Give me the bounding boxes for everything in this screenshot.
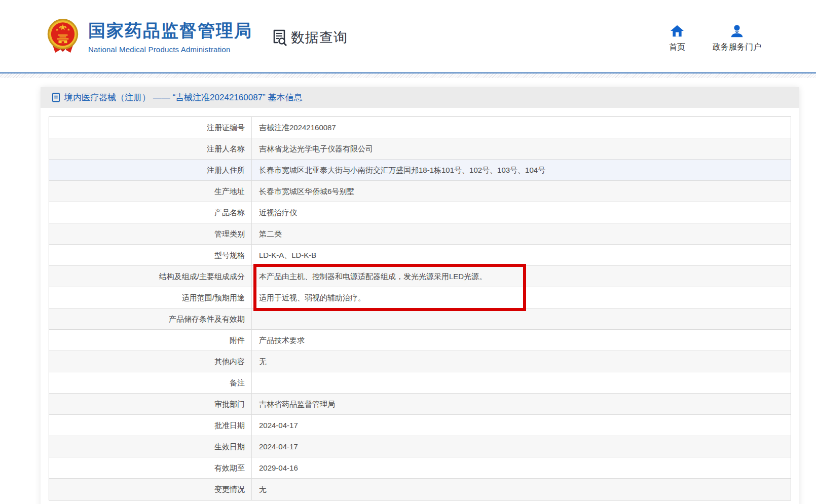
- data-query-label: 数据查询: [291, 28, 348, 47]
- registration-info-table: 注册证编号 吉械注准20242160087 注册人名称 吉林省龙达光学电子仪器有…: [49, 117, 791, 500]
- site-title: 国家药品监督管理局: [88, 19, 252, 43]
- row-value: 吉林省药品监督管理局: [252, 394, 791, 414]
- row-value: [252, 308, 791, 329]
- page-header: 国家药品监督管理局 National Medical Products Admi…: [0, 0, 816, 72]
- table-row: 管理类别 第二类: [49, 223, 791, 245]
- row-value: 适用于近视、弱视的辅助治疗。: [252, 287, 791, 308]
- china-national-emblem-icon: [46, 18, 80, 55]
- table-row: 生产地址 长春市宽城区华侨城6号别墅: [49, 181, 791, 202]
- row-label: 变更情况: [49, 479, 252, 500]
- row-value: 吉林省龙达光学电子仪器有限公司: [252, 138, 791, 159]
- data-query-section[interactable]: 数据查询: [270, 28, 348, 47]
- page-title: 境内医疗器械（注册） —— “吉械注准20242160087” 基本信息: [64, 92, 303, 103]
- row-value: 本产品由主机、控制器和电源适配器组成，发光光源采用LED光源。: [252, 266, 791, 287]
- document-icon: [52, 93, 60, 102]
- site-subtitle: National Medical Products Administration: [88, 45, 252, 54]
- row-label: 备注: [49, 372, 252, 393]
- nav-item-home[interactable]: 首页: [669, 24, 685, 53]
- breadcrumb: 境内医疗器械（注册） —— “吉械注准20242160087” 基本信息: [41, 87, 799, 108]
- brand-titles: 国家药品监督管理局 National Medical Products Admi…: [88, 19, 252, 54]
- row-label: 注册人名称: [49, 138, 252, 159]
- row-label: 产品名称: [49, 202, 252, 223]
- row-label: 型号规格: [49, 245, 252, 265]
- row-label: 管理类别: [49, 223, 252, 244]
- row-label: 批准日期: [49, 415, 252, 436]
- row-label: 生产地址: [49, 181, 252, 202]
- table-row: 生效日期 2024-04-17: [49, 436, 791, 457]
- nmpa-logo-link[interactable]: 国家药品监督管理局 National Medical Products Admi…: [46, 18, 252, 55]
- table-row: 有效期至 2029-04-16: [49, 457, 791, 479]
- header-stripe-band: [0, 73, 816, 78]
- row-label: 有效期至: [49, 457, 252, 478]
- header-nav: 首页 政务服务门户: [669, 24, 761, 53]
- row-label: 生效日期: [49, 436, 252, 457]
- row-value: 第二类: [252, 223, 791, 244]
- row-value: 无: [252, 351, 791, 372]
- row-label: 注册证编号: [49, 117, 252, 138]
- table-row: 注册人名称 吉林省龙达光学电子仪器有限公司: [49, 138, 791, 160]
- row-label: 适用范围/预期用途: [49, 287, 252, 308]
- row-value: 产品技术要求: [252, 330, 791, 351]
- row-label: 附件: [49, 330, 252, 351]
- row-label: 审批部门: [49, 394, 252, 414]
- table-row: 审批部门 吉林省药品监督管理局: [49, 394, 791, 415]
- table-row: 适用范围/预期用途 适用于近视、弱视的辅助治疗。: [49, 287, 791, 308]
- row-value: LD-K-A、LD-K-B: [252, 245, 791, 265]
- row-value: 2029-04-16: [252, 457, 791, 478]
- row-label: 产品储存条件及有效期: [49, 308, 252, 329]
- table-row: 产品储存条件及有效期: [49, 308, 791, 330]
- info-table-body: 注册证编号 吉械注准20242160087 注册人名称 吉林省龙达光学电子仪器有…: [49, 117, 791, 500]
- row-label: 其他内容: [49, 351, 252, 372]
- row-value: 2024-04-17: [252, 415, 791, 436]
- nav-gov-portal-label: 政务服务门户: [713, 42, 761, 53]
- row-value: 近视治疗仪: [252, 202, 791, 223]
- user-icon: [730, 24, 744, 37]
- document-search-icon: [270, 28, 288, 47]
- row-label: 注册人住所: [49, 160, 252, 180]
- table-row: 注册人住所 长春市宽城区北亚泰大街与小南街交汇万盛国邦18-1栋101号、102…: [49, 160, 791, 181]
- table-row: 变更情况 无: [49, 479, 791, 500]
- table-row: 其他内容 无: [49, 351, 791, 372]
- table-row: 型号规格 LD-K-A、LD-K-B: [49, 245, 791, 266]
- nav-home-label: 首页: [669, 42, 685, 53]
- table-row: 产品名称 近视治疗仪: [49, 202, 791, 223]
- row-value: 长春市宽城区北亚泰大街与小南街交汇万盛国邦18-1栋101号、102号、103号…: [252, 160, 791, 180]
- row-value: 长春市宽城区华侨城6号别墅: [252, 181, 791, 202]
- table-row: 注册证编号 吉械注准20242160087: [49, 117, 791, 138]
- table-row: 批准日期 2024-04-17: [49, 415, 791, 436]
- nav-item-gov-portal[interactable]: 政务服务门户: [713, 24, 761, 53]
- row-value: 无: [252, 479, 791, 500]
- content-card: 境内医疗器械（注册） —— “吉械注准20242160087” 基本信息 注册证…: [41, 87, 799, 504]
- row-value: [252, 372, 791, 393]
- table-row: 附件 产品技术要求: [49, 330, 791, 351]
- row-value: 2024-04-17: [252, 436, 791, 457]
- table-row: 结构及组成/主要组成成分 本产品由主机、控制器和电源适配器组成，发光光源采用LE…: [49, 266, 791, 287]
- row-label: 结构及组成/主要组成成分: [49, 266, 252, 287]
- home-icon: [670, 24, 684, 37]
- row-value: 吉械注准20242160087: [252, 117, 791, 138]
- table-row: 备注: [49, 372, 791, 394]
